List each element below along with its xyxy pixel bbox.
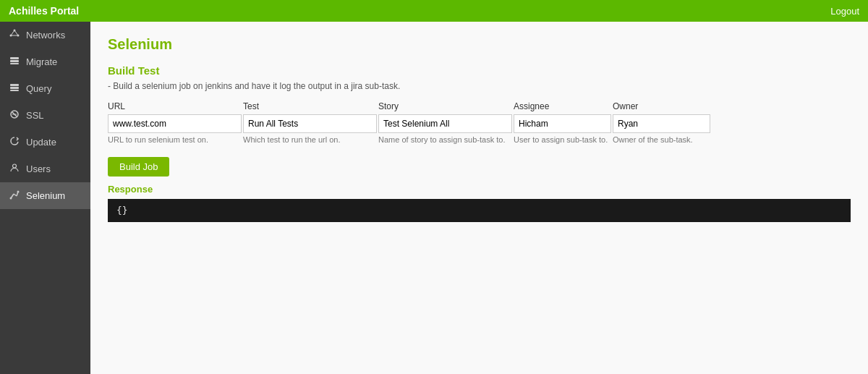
- svg-rect-9: [10, 84, 19, 86]
- svg-rect-8: [10, 63, 19, 64]
- svg-point-20: [17, 191, 20, 193]
- url-input[interactable]: [108, 114, 242, 133]
- story-input[interactable]: [378, 114, 512, 133]
- networks-icon: [9, 29, 20, 41]
- test-input[interactable]: [243, 114, 377, 133]
- assignee-field-group: Assignee User to assign sub-task to.: [514, 101, 611, 144]
- svg-point-15: [13, 164, 17, 168]
- sidebar-item-selenium[interactable]: Selenium: [0, 182, 90, 209]
- svg-rect-7: [10, 60, 19, 62]
- ssl-icon: [9, 109, 20, 122]
- update-icon: [9, 136, 20, 148]
- owner-field-group: Owner Owner of the sub-task.: [613, 101, 710, 144]
- sidebar-item-selenium-label: Selenium: [26, 190, 65, 201]
- svg-rect-6: [10, 57, 19, 59]
- svg-rect-11: [10, 90, 19, 91]
- sidebar-item-update-label: Update: [26, 137, 56, 148]
- migrate-icon: [9, 56, 20, 68]
- query-icon: [9, 82, 20, 95]
- response-label: Response: [108, 184, 851, 195]
- url-label: URL: [108, 101, 242, 111]
- svg-rect-10: [10, 87, 19, 89]
- main-content: Selenium Build Test - Build a selenium j…: [90, 22, 868, 374]
- response-box: {}: [108, 199, 851, 222]
- story-label: Story: [378, 101, 512, 111]
- assignee-input[interactable]: [514, 114, 611, 133]
- test-hint: Which test to run the url on.: [243, 135, 377, 144]
- assignee-hint: User to assign sub-task to.: [514, 135, 611, 144]
- app-title: Achilles Portal: [9, 5, 79, 17]
- sidebar-item-ssl-label: SSL: [26, 110, 44, 121]
- section-title: Build Test: [108, 64, 851, 77]
- sidebar-item-users[interactable]: Users: [0, 156, 90, 182]
- sidebar-item-users-label: Users: [26, 163, 51, 174]
- sidebar-item-migrate-label: Migrate: [26, 56, 57, 67]
- topbar: Achilles Portal Logout: [0, 0, 868, 22]
- sidebar-item-update[interactable]: Update: [0, 129, 90, 156]
- owner-input[interactable]: [613, 114, 710, 133]
- sidebar-item-networks-label: Networks: [26, 30, 65, 41]
- sidebar-item-ssl[interactable]: SSL: [0, 102, 90, 129]
- sidebar: Networks Migrate Query: [0, 22, 90, 374]
- assignee-label: Assignee: [514, 101, 611, 111]
- form-fields-row: URL URL to run selenium test on. Test Wh…: [108, 101, 851, 144]
- page-title: Selenium: [108, 36, 851, 53]
- logout-button[interactable]: Logout: [830, 6, 859, 17]
- url-hint: URL to run selenium test on.: [108, 135, 242, 144]
- test-label: Test: [243, 101, 377, 111]
- story-hint: Name of story to assign sub-task to.: [378, 135, 512, 144]
- url-field-group: URL URL to run selenium test on.: [108, 101, 242, 144]
- selenium-icon: [9, 190, 20, 202]
- sidebar-item-query[interactable]: Query: [0, 75, 90, 102]
- section-description: - Build a selenium job on jenkins and ha…: [108, 81, 851, 91]
- users-icon: [9, 163, 20, 175]
- svg-line-3: [11, 30, 14, 35]
- svg-line-4: [14, 30, 18, 35]
- story-field-group: Story Name of story to assign sub-task t…: [378, 101, 512, 144]
- build-job-button[interactable]: Build Job: [108, 157, 169, 177]
- owner-label: Owner: [613, 101, 710, 111]
- test-field-group: Test Which test to run the url on.: [243, 101, 377, 144]
- sidebar-item-networks[interactable]: Networks: [0, 22, 90, 48]
- sidebar-item-migrate[interactable]: Migrate: [0, 48, 90, 75]
- owner-hint: Owner of the sub-task.: [613, 135, 710, 144]
- sidebar-item-query-label: Query: [26, 83, 51, 94]
- svg-point-19: [10, 197, 12, 200]
